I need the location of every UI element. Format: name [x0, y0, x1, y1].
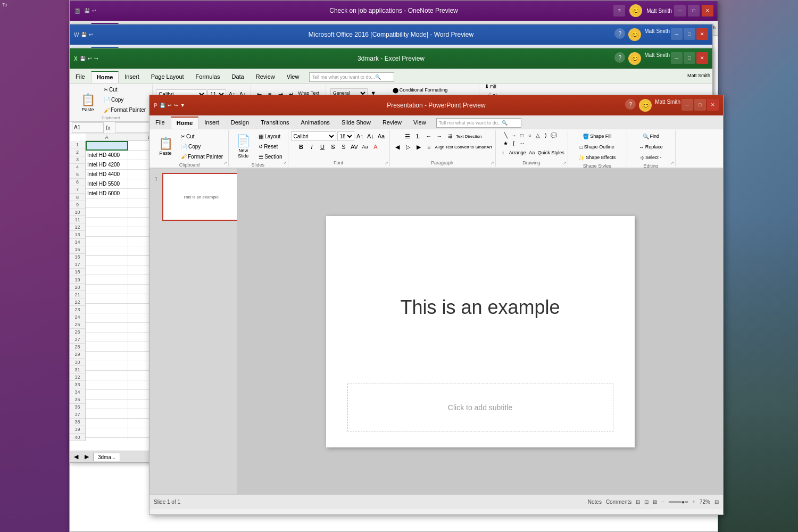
- word-help-icon[interactable]: ?: [614, 28, 625, 39]
- ppt-status-zoom-minus[interactable]: −: [661, 499, 664, 505]
- excel-conditional-btn[interactable]: ⬤ Conditional Formatting: [390, 86, 450, 94]
- ppt-tab-view[interactable]: View: [408, 117, 432, 129]
- ppt-underline-btn[interactable]: U: [318, 142, 327, 152]
- ppt-shape-arrow[interactable]: →: [510, 131, 518, 139]
- ppt-tab-home[interactable]: Home: [171, 117, 199, 129]
- ppt-quickstyles-btn[interactable]: Aa: [527, 148, 537, 157]
- ppt-indent-less-btn[interactable]: ←: [424, 131, 434, 141]
- excel-cell-a2[interactable]: Intel HD 4000: [86, 151, 128, 160]
- ppt-shape-oval[interactable]: ○: [526, 131, 534, 139]
- ppt-justify-btn[interactable]: ≡: [425, 142, 434, 152]
- ppt-shape-star[interactable]: ★: [502, 139, 510, 147]
- ppt-status-view-normal[interactable]: ⊟: [636, 499, 640, 505]
- ppt-select-btn[interactable]: ⊹ Select -: [638, 153, 664, 162]
- ppt-shape-triangle[interactable]: △: [534, 131, 542, 139]
- ppt-shapefill-btn[interactable]: 🪣 Shape Fill: [580, 131, 613, 141]
- excel-tab-file[interactable]: File: [70, 71, 91, 83]
- ppt-list-num-btn[interactable]: 1.: [413, 131, 423, 141]
- word-maximize-btn[interactable]: □: [684, 28, 695, 40]
- excel-cut-btn[interactable]: ✂ Cut: [102, 85, 148, 95]
- ppt-tab-file[interactable]: File: [149, 117, 171, 129]
- ppt-section-btn[interactable]: ☰ Section: [256, 152, 284, 161]
- ppt-search-box[interactable]: Tell me what you want to do...🔍: [436, 118, 521, 128]
- excel-sheet-tab-1[interactable]: 3dma...: [93, 453, 120, 461]
- ppt-tab-animations[interactable]: Animations: [295, 117, 335, 129]
- ppt-shape-connector[interactable]: ⟩: [542, 131, 550, 139]
- excel-fill-btn[interactable]: ⬇ Fill: [483, 84, 516, 90]
- onenote-close-btn[interactable]: ✕: [702, 5, 713, 16]
- ppt-quickstyles-label[interactable]: Quick Styles: [538, 150, 564, 155]
- ppt-slides-expand[interactable]: ↗: [283, 161, 287, 165]
- excel-formatpainter-btn[interactable]: 🖌 Format Painter: [102, 105, 148, 115]
- ppt-tab-transitions[interactable]: Transitions: [255, 117, 295, 129]
- ppt-shapeeffects-btn[interactable]: ✨ Shape Effects: [576, 153, 618, 162]
- ppt-align-left-btn[interactable]: ◀: [393, 142, 402, 152]
- ppt-italic-btn[interactable]: I: [307, 142, 317, 152]
- excel-scroll-left[interactable]: ◀: [72, 452, 80, 461]
- ppt-aligntext-label[interactable]: Align Text: [435, 145, 454, 149]
- excel-scroll-right[interactable]: ▶: [82, 452, 91, 461]
- ppt-spacing-btn[interactable]: AV: [350, 142, 359, 152]
- ppt-drawing-expand[interactable]: ↗: [563, 161, 567, 165]
- excel-maximize-btn[interactable]: □: [684, 52, 695, 64]
- ppt-newslide-btn[interactable]: 📄 New Slide: [231, 132, 255, 160]
- excel-tab-home[interactable]: Home: [91, 71, 119, 83]
- ppt-slide-subtitle[interactable]: Click to add subtitle: [347, 384, 613, 431]
- excel-close-btn[interactable]: ✕: [696, 52, 708, 64]
- ppt-align-center-btn[interactable]: ▷: [403, 142, 413, 152]
- ppt-status-notes[interactable]: Notes: [588, 499, 602, 505]
- ppt-editing-expand[interactable]: ↗: [670, 161, 674, 165]
- ppt-textdir-label[interactable]: Text Direction: [456, 134, 481, 139]
- excel-cell-a1[interactable]: [86, 141, 128, 151]
- ppt-tab-slideshow[interactable]: Slide Show: [336, 117, 377, 129]
- ppt-strikethrough-btn[interactable]: S: [328, 142, 338, 152]
- ppt-bold-btn[interactable]: B: [296, 142, 306, 152]
- ppt-slide-thumbnail-1[interactable]: 1 This is an example: [162, 173, 237, 221]
- ppt-clearformat-btn[interactable]: Aa: [377, 131, 386, 141]
- excel-tab-view[interactable]: View: [281, 71, 305, 83]
- ppt-find-btn[interactable]: 🔍 Find: [641, 131, 662, 141]
- ppt-smartart-label[interactable]: Convert to SmartArt: [454, 145, 492, 149]
- ppt-reset-btn[interactable]: ↺ Reset: [256, 142, 284, 151]
- excel-search-box[interactable]: Tell me what you want to do...🔍: [309, 72, 394, 82]
- onenote-help-icon[interactable]: ?: [613, 5, 625, 16]
- ppt-cut-btn[interactable]: ✂ Cut: [179, 131, 225, 141]
- ppt-case-btn[interactable]: Aa: [360, 142, 370, 152]
- ppt-fontcolor-btn[interactable]: A: [371, 142, 380, 152]
- excel-cell-a3[interactable]: Intel HD 4200: [86, 160, 128, 170]
- excel-paste-btn[interactable]: 📋 Paste: [76, 89, 99, 117]
- ppt-tab-design[interactable]: Design: [225, 117, 255, 129]
- ppt-font-expand[interactable]: ↗: [385, 161, 388, 165]
- ppt-help-icon[interactable]: ?: [625, 99, 636, 110]
- onenote-minimize-btn[interactable]: ─: [674, 5, 686, 16]
- ppt-indent-more-btn[interactable]: →: [435, 131, 444, 141]
- excel-tab-insert[interactable]: Insert: [119, 71, 145, 83]
- ppt-para-expand[interactable]: ↗: [491, 161, 494, 165]
- excel-cell-a6[interactable]: Intel HD 6000: [86, 189, 128, 198]
- ppt-textdir-btn[interactable]: ⇶: [445, 131, 455, 141]
- ppt-tab-insert[interactable]: Insert: [198, 117, 225, 129]
- ppt-minimize-btn[interactable]: ─: [681, 99, 693, 111]
- excel-tab-formulas[interactable]: Formulas: [190, 71, 226, 83]
- onenote-maximize-btn[interactable]: □: [688, 5, 700, 16]
- ppt-status-comments[interactable]: Comments: [606, 499, 631, 505]
- ppt-list-bullet-btn[interactable]: ☰: [403, 131, 412, 141]
- ppt-shadow-btn[interactable]: S: [339, 142, 348, 152]
- excel-tab-data[interactable]: Data: [226, 71, 250, 83]
- ppt-slide-canvas[interactable]: This is an example Click to add subtitle: [326, 216, 635, 447]
- ppt-shrinkfont-btn[interactable]: A↓: [366, 131, 376, 141]
- excel-tab-review[interactable]: Review: [250, 71, 281, 83]
- word-close-btn[interactable]: ✕: [696, 28, 708, 40]
- ppt-status-view-reading[interactable]: ⊞: [653, 499, 657, 505]
- ppt-fontsize-select[interactable]: 18: [337, 131, 354, 141]
- ppt-shape-callout[interactable]: 💬: [550, 131, 558, 139]
- excel-tab-pagelayout[interactable]: Page Layout: [145, 71, 190, 83]
- ppt-tab-review[interactable]: Review: [377, 117, 408, 129]
- ppt-clipboard-expand[interactable]: ↗: [223, 161, 227, 165]
- ppt-shape-more[interactable]: ⋯: [518, 139, 526, 147]
- ppt-shape-line[interactable]: ╲: [502, 131, 510, 139]
- ppt-slide-title[interactable]: This is an example: [347, 232, 613, 384]
- ppt-maximize-btn[interactable]: □: [694, 99, 706, 111]
- word-minimize-btn[interactable]: ─: [671, 28, 683, 40]
- excel-cell-a5[interactable]: Intel HD 5500: [86, 179, 128, 189]
